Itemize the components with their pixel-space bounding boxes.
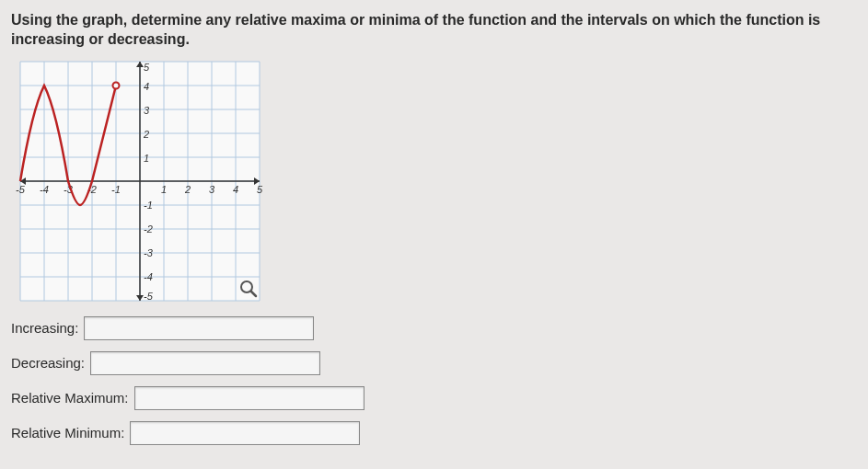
relative-minimum-row: Relative Minimum: bbox=[11, 421, 857, 445]
svg-line-51 bbox=[251, 292, 256, 296]
svg-text:-5: -5 bbox=[144, 291, 154, 302]
svg-text:-4: -4 bbox=[144, 271, 153, 282]
svg-text:2: 2 bbox=[143, 129, 149, 140]
decreasing-label: Decreasing: bbox=[11, 355, 85, 371]
increasing-row: Increasing: bbox=[11, 316, 857, 340]
decreasing-row: Decreasing: bbox=[11, 351, 857, 375]
decreasing-input[interactable] bbox=[90, 351, 320, 375]
svg-text:3: 3 bbox=[144, 105, 150, 116]
svg-text:-2: -2 bbox=[144, 223, 153, 234]
relative-maximum-input[interactable] bbox=[134, 386, 365, 410]
svg-text:4: 4 bbox=[144, 81, 149, 92]
svg-text:2: 2 bbox=[184, 184, 191, 195]
svg-text:-3: -3 bbox=[144, 247, 154, 258]
question-text: Using the graph, determine any relative … bbox=[11, 11, 857, 50]
svg-text:5: 5 bbox=[144, 62, 150, 73]
svg-text:1: 1 bbox=[144, 153, 149, 164]
relative-minimum-label: Relative Minimum: bbox=[11, 425, 124, 440]
svg-text:-4: -4 bbox=[40, 184, 49, 195]
svg-point-49 bbox=[113, 82, 120, 88]
relative-maximum-row: Relative Maximum: bbox=[11, 386, 857, 410]
svg-text:-1: -1 bbox=[144, 200, 153, 211]
graph-container: -5 -4 -3 -2 -1 1 2 3 4 5 5 4 3 2 1 -1 -2… bbox=[11, 57, 269, 305]
svg-text:5: 5 bbox=[257, 184, 263, 195]
increasing-input[interactable] bbox=[84, 316, 314, 340]
relative-maximum-label: Relative Maximum: bbox=[11, 390, 129, 406]
relative-minimum-input[interactable] bbox=[130, 421, 360, 445]
svg-text:1: 1 bbox=[161, 184, 167, 195]
svg-text:-5: -5 bbox=[16, 184, 26, 195]
svg-text:-1: -1 bbox=[111, 184, 121, 195]
increasing-label: Increasing: bbox=[11, 320, 78, 336]
svg-text:3: 3 bbox=[209, 184, 215, 195]
magnify-icon[interactable] bbox=[239, 280, 258, 298]
function-graph: -5 -4 -3 -2 -1 1 2 3 4 5 5 4 3 2 1 -1 -2… bbox=[11, 57, 269, 305]
svg-text:4: 4 bbox=[233, 184, 238, 195]
